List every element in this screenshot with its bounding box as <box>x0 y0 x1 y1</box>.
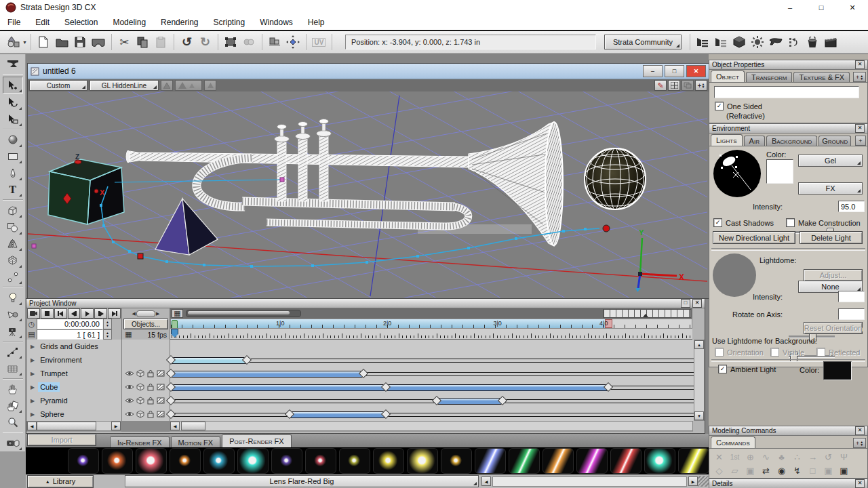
row-grids-and-guides[interactable]: ▶Grids and Guides <box>26 340 121 353</box>
tab-commands[interactable]: Commands <box>711 436 755 448</box>
intensity-value[interactable]: 95.0 <box>838 201 865 212</box>
instances-button[interactable] <box>240 33 258 51</box>
library-button[interactable]: ▲Library <box>27 475 94 488</box>
pen-tool[interactable] <box>3 165 22 181</box>
text-tool[interactable]: T <box>3 182 22 198</box>
mini-scroll-right[interactable]: ▶ <box>156 311 159 317</box>
flare-thumbnail-14[interactable] <box>509 448 540 474</box>
tab-transform[interactable]: Transform <box>746 72 793 82</box>
movie-button[interactable] <box>822 33 840 51</box>
pan-tool[interactable] <box>3 382 22 397</box>
paste-button[interactable] <box>152 33 170 51</box>
timeline-ruler[interactable]: 01|02|03|04|0 <box>170 319 692 329</box>
anvil-tool[interactable] <box>3 56 22 72</box>
jacks-button[interactable] <box>284 33 302 51</box>
menu-file[interactable]: File <box>0 15 28 30</box>
path-tool[interactable] <box>3 344 22 360</box>
reset-orientation-button[interactable]: Reset Orientation <box>804 322 863 334</box>
hierarchy-list-button[interactable] <box>712 33 730 51</box>
go-end-button[interactable] <box>108 308 121 319</box>
cmd-skew-icon[interactable]: ✕ <box>711 450 727 464</box>
flare-thumbnail-10[interactable] <box>373 448 404 474</box>
menu-windows[interactable]: Windows <box>252 15 300 30</box>
row-environment[interactable]: ▶Environment <box>26 353 121 367</box>
cmd-spray-icon[interactable]: ↯ <box>789 464 805 477</box>
flare-thumbnail-9[interactable] <box>339 448 370 474</box>
minimize-button[interactable]: – <box>774 0 806 15</box>
gel-dropdown[interactable]: Gel <box>798 155 863 167</box>
flare-thumbnail-6[interactable] <box>237 448 269 474</box>
viewport-close-button[interactable]: ✕ <box>686 65 706 77</box>
maximize-button[interactable]: □ <box>806 0 837 15</box>
object-name-input[interactable] <box>714 86 859 98</box>
close-button[interactable]: ✕ <box>837 0 868 15</box>
lock-icon[interactable] <box>146 369 155 378</box>
new-file-button[interactable] <box>35 33 53 51</box>
shade-icon[interactable] <box>157 369 165 378</box>
time-spinner[interactable]: ▲▼ <box>103 319 112 329</box>
menu-modeling[interactable]: Modeling <box>105 15 153 30</box>
lightdome-preview[interactable] <box>713 253 756 297</box>
play-button[interactable] <box>81 308 94 319</box>
details-titlebar[interactable]: Details✕ <box>709 479 867 488</box>
menu-selection[interactable]: Selection <box>57 15 105 30</box>
cut-button[interactable]: ✂ <box>115 33 134 51</box>
fx-scroll-track[interactable] <box>492 476 687 487</box>
cmd-metaballs-icon[interactable]: ∴ <box>789 450 805 464</box>
keyframe-marker[interactable] <box>138 253 143 259</box>
warning-triangle-icon[interactable] <box>161 80 173 91</box>
objects-button[interactable]: Objects... <box>123 319 168 329</box>
cmd-cube2-icon[interactable]: ▣ <box>821 464 836 477</box>
cmd-curve-icon[interactable]: ∿ <box>758 450 774 464</box>
strata-community-dropdown[interactable]: Strata Community <box>604 35 682 49</box>
timeline-hscroll[interactable] <box>186 310 301 317</box>
import-button[interactable]: Import <box>27 434 96 446</box>
tab-background[interactable]: Background <box>766 136 817 146</box>
rotate-axis-value[interactable] <box>838 308 865 320</box>
visibility-eye-icon[interactable] <box>125 384 134 390</box>
environment-close[interactable]: ✕ <box>855 124 865 133</box>
tab-in-render-fx[interactable]: In-Render FX <box>110 436 170 447</box>
visibility-eye-icon[interactable] <box>125 370 134 377</box>
cmd-blob-icon[interactable]: ♣ <box>774 450 789 464</box>
flare-thumbnail-15[interactable] <box>542 448 574 474</box>
adjust-button[interactable]: Adjust... <box>804 269 863 281</box>
render-cube-icon[interactable] <box>136 410 144 418</box>
solid-view-button[interactable] <box>730 33 749 51</box>
timeline-hscrollbar[interactable]: ◀ <box>170 421 693 431</box>
flare-thumbnail-11[interactable] <box>407 448 438 474</box>
redo-button[interactable]: ↻ <box>196 33 214 51</box>
add-view-button[interactable]: +▲▼ <box>695 80 707 91</box>
sphere-primitive-tool[interactable] <box>3 132 22 148</box>
viewport-minimize-button[interactable]: – <box>643 65 663 77</box>
animation-bar[interactable] <box>170 357 248 364</box>
primitives-tool-button[interactable] <box>4 33 22 51</box>
render-triangle-group-icon[interactable] <box>175 80 202 91</box>
cube-x-handle[interactable] <box>94 189 98 193</box>
tracks-vscrollbar[interactable]: ▲ ▼ <box>694 340 705 421</box>
go-start-button[interactable] <box>54 308 67 319</box>
timeline-tracks[interactable] <box>170 340 694 421</box>
light-direction-preview[interactable] <box>713 149 762 198</box>
cmd-solid-icon[interactable]: ▣ <box>743 464 758 477</box>
tab-motion-fx[interactable]: Motion FX <box>171 436 221 447</box>
uv-mapping-button[interactable]: UV <box>310 33 328 51</box>
render-button[interactable] <box>767 33 785 51</box>
cube-object[interactable]: Z X <box>48 153 124 224</box>
view-camera-tool[interactable] <box>3 435 22 451</box>
preset-prev-button[interactable]: ◀ <box>481 476 491 486</box>
visibility-eye-icon[interactable] <box>125 397 134 404</box>
undo-button[interactable]: ↺ <box>178 33 196 51</box>
new-directional-light-button[interactable]: New Directional Light <box>713 231 795 244</box>
grid-tool[interactable] <box>3 361 22 376</box>
tab-air[interactable]: Air <box>744 136 765 146</box>
cmd-first-point-icon[interactable]: 1st <box>727 450 743 464</box>
flare-thumbnail-8[interactable] <box>305 448 336 474</box>
shade-icon[interactable] <box>157 410 165 418</box>
primitives-dropdown-arrow[interactable]: ▼ <box>22 40 27 45</box>
save-button[interactable] <box>71 33 90 51</box>
cmd-revert-icon[interactable]: ↺ <box>821 450 836 464</box>
render-cube-icon[interactable] <box>136 383 144 391</box>
record-button[interactable] <box>27 308 40 319</box>
boolean-tool[interactable] <box>3 220 22 235</box>
